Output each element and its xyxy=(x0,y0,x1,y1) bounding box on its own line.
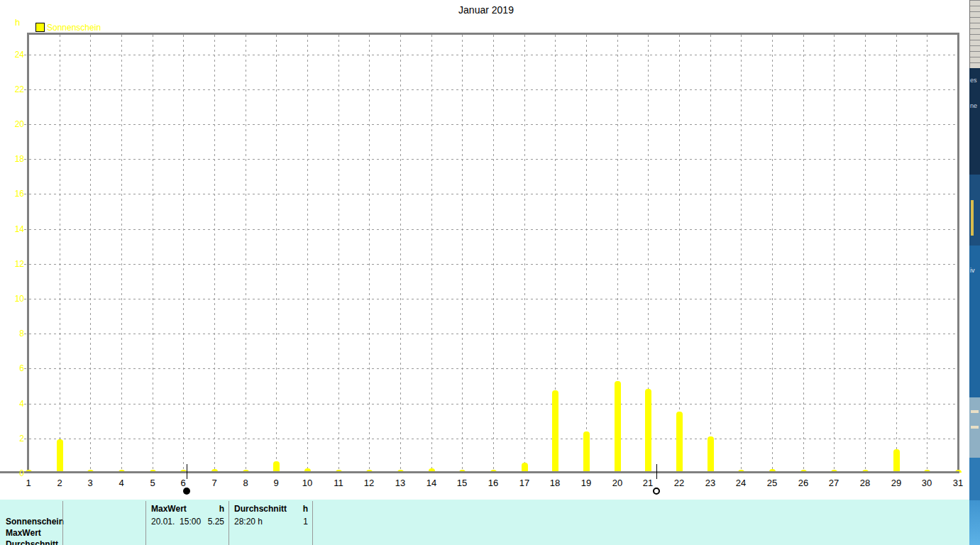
sunshine-bar xyxy=(57,439,63,473)
maxwert-datetime: 20.01. 15:00 xyxy=(151,517,201,527)
x-gridline xyxy=(524,35,525,471)
x-gridline xyxy=(307,35,308,471)
background-text-fragment: iv xyxy=(970,267,975,274)
background-window-sliver: iv xyxy=(969,246,980,397)
x-tick-label: 4 xyxy=(111,478,132,488)
stats-panel: Sonnenschein MaxWert Durchschnitt MaxWer… xyxy=(0,500,970,545)
x-tick-label: 31 xyxy=(947,478,969,488)
x-tick-label: 6 xyxy=(172,478,194,488)
plot-border-top xyxy=(27,33,959,35)
panel-separator xyxy=(62,501,63,545)
x-tick-label: 18 xyxy=(544,478,566,488)
y-tick-label: 14 xyxy=(4,224,24,234)
y-gridline xyxy=(24,404,957,404)
y-tick-label: 12 xyxy=(4,259,24,269)
x-tick-label: 12 xyxy=(358,478,380,488)
background-window-sliver xyxy=(969,458,980,500)
y-tick-label: 10 xyxy=(4,294,24,304)
background-window-sliver xyxy=(969,500,980,545)
x-tick-label: 16 xyxy=(483,478,504,488)
background-window-sliver xyxy=(969,397,980,458)
x-tick-label: 15 xyxy=(451,478,473,488)
x-tick-label: 24 xyxy=(730,478,751,488)
chart-title: Januar 2019 xyxy=(0,4,972,16)
full-moon-icon xyxy=(653,488,660,495)
new-moon-icon xyxy=(183,488,190,495)
x-gridline xyxy=(338,35,339,471)
x-tick-label: 2 xyxy=(49,478,70,488)
durchschnitt-unit: h xyxy=(303,504,308,514)
x-tick-label: 10 xyxy=(297,478,318,488)
background-text-fragment: es xyxy=(970,77,977,84)
x-tick-label: 7 xyxy=(204,478,225,488)
x-tick-label: 28 xyxy=(854,478,876,488)
background-preview-sliver xyxy=(971,426,979,429)
x-gridline xyxy=(121,35,122,471)
x-tick-label: 20 xyxy=(607,478,628,488)
y-tick-label: 18 xyxy=(4,154,24,164)
stats-row-label-sonnenschein: Sonnenschein xyxy=(6,517,64,527)
y-gridline xyxy=(24,89,957,90)
x-tick-label: 23 xyxy=(700,478,721,488)
stats-col-durchschnitt: Durchschnitt h 28:20 h 1 xyxy=(229,500,312,545)
sunshine-bar xyxy=(583,431,590,473)
x-gridline xyxy=(183,35,184,471)
durchschnitt-value: 1 xyxy=(303,517,308,527)
moon-phase-tick xyxy=(656,464,657,479)
x-tick-label: 30 xyxy=(916,478,937,488)
maxwert-value: 5.25 xyxy=(208,517,224,527)
x-gridline xyxy=(369,35,370,471)
x-gridline xyxy=(90,35,91,471)
x-gridline xyxy=(896,35,897,471)
maxwert-unit: h xyxy=(219,504,224,514)
x-gridline xyxy=(865,35,866,471)
sunshine-bar xyxy=(893,449,900,473)
y-tick-label: 8 xyxy=(4,329,24,338)
app-window: Januar 2019 h Sonnenschein 0246810121416… xyxy=(0,0,980,545)
y-tick-label: 6 xyxy=(4,363,24,373)
x-tick-label: 11 xyxy=(328,478,349,488)
x-tick-label: 25 xyxy=(761,478,783,488)
x-gridline xyxy=(462,35,463,471)
x-gridline xyxy=(400,35,401,471)
x-gridline xyxy=(927,35,927,471)
y-tick-label: 2 xyxy=(4,434,24,444)
stats-row-label-durchschnitt: Durchschnitt xyxy=(6,539,58,545)
durchschnitt-header: Durchschnitt xyxy=(234,504,287,514)
stats-col-maxwert: MaxWert h 20.01. 15:00 5.25 xyxy=(145,500,229,545)
background-window-sliver xyxy=(969,175,980,246)
x-tick-label: 3 xyxy=(79,478,101,488)
y-gridline xyxy=(24,55,957,55)
y-tick-label: 16 xyxy=(4,189,24,199)
x-tick-label: 9 xyxy=(265,478,287,488)
panel-separator xyxy=(229,501,229,545)
background-window-strip: es ne iv xyxy=(969,0,980,545)
x-gridline xyxy=(431,35,432,471)
panel-separator xyxy=(312,501,313,545)
x-gridline xyxy=(710,35,711,471)
y-gridline xyxy=(24,264,957,265)
x-gridline xyxy=(772,35,773,471)
x-gridline xyxy=(741,35,742,471)
x-tick-label: 27 xyxy=(823,478,844,488)
x-gridline xyxy=(493,35,494,471)
x-tick-label: 17 xyxy=(514,478,535,488)
x-tick-label: 29 xyxy=(886,478,907,488)
y-tick-label: 22 xyxy=(4,84,24,94)
background-text-fragment: ne xyxy=(970,102,977,109)
x-tick-label: 19 xyxy=(576,478,597,488)
y-gridline xyxy=(24,334,957,334)
y-gridline xyxy=(24,368,957,369)
x-tick-label: 26 xyxy=(793,478,814,488)
background-highlight-sliver xyxy=(971,200,974,236)
x-tick-label: 13 xyxy=(390,478,411,488)
y-gridline xyxy=(24,439,957,439)
x-tick-label: 1 xyxy=(18,478,39,488)
sunshine-bar xyxy=(676,412,683,473)
y-tick-label: 20 xyxy=(4,119,24,129)
panel-separator xyxy=(145,501,146,545)
y-axis-unit-label: h xyxy=(15,17,20,28)
y-axis-line xyxy=(27,33,29,473)
y-tick-label: 4 xyxy=(4,399,24,409)
x-gridline xyxy=(679,35,680,471)
